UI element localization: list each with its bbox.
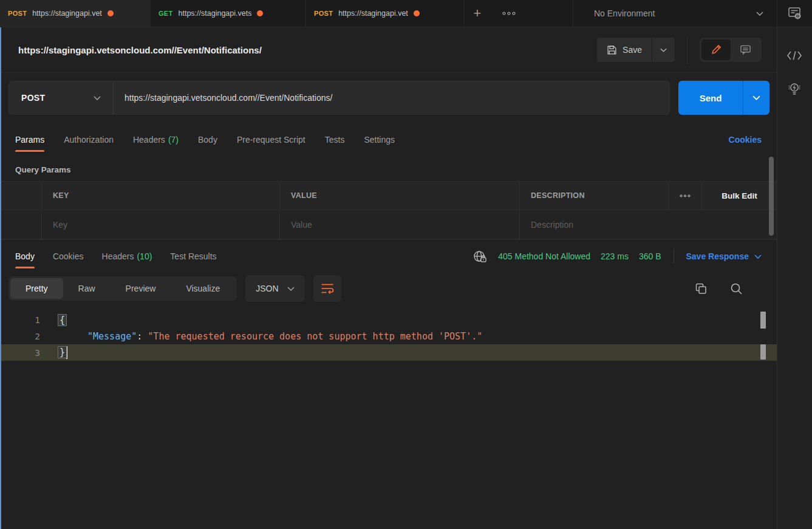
request-tabs: Params Authorization Headers(7) Body Pre…	[0, 123, 777, 156]
key-input[interactable]	[53, 220, 279, 230]
view-raw[interactable]: Raw	[63, 278, 111, 299]
tab-label: Headers	[102, 251, 134, 261]
response-tab-test-results[interactable]: Test Results	[170, 240, 216, 273]
code-icon	[786, 50, 802, 61]
chevron-down-icon	[287, 287, 295, 291]
status-badge[interactable]: 405 Method Not Allowed	[498, 251, 590, 261]
workspace-body: https://stagingapi.vetsoncloud.com//Even…	[0, 27, 812, 529]
wrap-lines-button[interactable]	[313, 275, 341, 302]
tab-tests[interactable]: Tests	[325, 123, 345, 156]
tips-button[interactable]	[786, 81, 803, 97]
environment-quick-look-icon	[788, 7, 802, 20]
close-brace: }	[58, 347, 66, 358]
tab-headers[interactable]: Headers(7)	[133, 123, 179, 156]
comments-button[interactable]	[731, 39, 760, 60]
edit-comment-toggle	[700, 38, 762, 62]
environment-area: No Environment	[573, 0, 812, 27]
response-headers-count: (10)	[137, 251, 152, 261]
code-line-current: 3 }	[0, 344, 777, 361]
tab-label: Headers	[133, 135, 165, 145]
save-response-label: Save Response	[686, 251, 749, 261]
url-input[interactable]	[114, 81, 669, 114]
copy-button[interactable]	[695, 282, 707, 295]
send-options-button[interactable]	[743, 81, 769, 115]
tab-options-button[interactable]	[491, 0, 527, 27]
request-tab-1[interactable]: POST https://stagingapi.vet	[0, 0, 151, 27]
editor-scrollbar[interactable]	[760, 312, 766, 329]
bulk-edit-label: Bulk Edit	[722, 191, 757, 200]
tab-title: https://stagingapi.vet	[32, 9, 102, 18]
tab-authorization[interactable]: Authorization	[64, 123, 114, 156]
view-pretty[interactable]: Pretty	[10, 278, 63, 299]
send-label: Send	[700, 93, 722, 103]
response-size[interactable]: 360 B	[639, 251, 661, 261]
request-header-actions: Save	[597, 36, 762, 64]
copy-icon	[695, 282, 707, 295]
response-tab-headers[interactable]: Headers(10)	[102, 240, 152, 273]
description-input[interactable]	[531, 220, 777, 230]
save-icon	[607, 45, 617, 55]
line-number: 3	[0, 348, 40, 358]
environment-quick-look-button[interactable]	[777, 0, 812, 27]
response-time[interactable]: 223 ms	[601, 251, 629, 261]
code-snippet-button[interactable]	[786, 50, 802, 61]
save-options-button[interactable]	[652, 38, 675, 62]
method-selector[interactable]: POST	[9, 81, 114, 114]
send-label-area[interactable]: Send	[678, 81, 743, 115]
view-visualize[interactable]: Visualize	[171, 278, 235, 299]
tab-label: Authorization	[64, 135, 114, 145]
description-column-header: DESCRIPTION	[519, 182, 668, 210]
save-response-button[interactable]: Save Response	[686, 251, 762, 261]
format-selector[interactable]: JSON	[245, 275, 304, 302]
new-tab-button[interactable]: +	[464, 0, 491, 27]
params-options-button[interactable]	[668, 182, 701, 210]
tab-label: Cookies	[53, 251, 84, 261]
save-label: Save	[623, 45, 642, 55]
divider	[674, 249, 674, 264]
unsaved-changes-dot	[107, 10, 114, 16]
right-sidebar	[777, 27, 811, 529]
environment-label: No Environment	[594, 9, 655, 18]
tab-settings[interactable]: Settings	[364, 123, 395, 156]
request-title: https://stagingapi.vetsoncloud.com//Even…	[18, 45, 262, 55]
pencil-icon	[711, 44, 722, 55]
response-header: Body Cookies Headers(10) Test Results 40…	[0, 239, 777, 273]
save-button[interactable]: Save	[597, 38, 652, 62]
tab-params[interactable]: Params	[15, 123, 44, 156]
query-params-header-row: KEY VALUE DESCRIPTION Bulk Edit	[0, 182, 777, 210]
more-options-icon	[680, 194, 691, 197]
response-toolbar: Pretty Raw Preview Visualize JSON	[0, 273, 777, 304]
row-select-cell	[0, 182, 41, 210]
response-view-switch: Pretty Raw Preview Visualize	[9, 276, 237, 301]
chevron-down-icon	[754, 254, 762, 259]
response-tab-cookies[interactable]: Cookies	[53, 240, 84, 273]
query-params-input-row	[0, 210, 777, 239]
edit-mode-button[interactable]	[701, 39, 731, 60]
response-meta: 405 Method Not Allowed 223 ms 360 B Save…	[473, 249, 762, 264]
response-tab-body[interactable]: Body	[15, 240, 35, 273]
request-tab-3[interactable]: POST https://stagingapi.vet	[306, 0, 464, 27]
bulk-edit-button[interactable]: Bulk Edit	[701, 182, 777, 210]
response-body-editor[interactable]: 1 { 2 "Message": "The requested resource…	[0, 304, 777, 529]
json-string-value: "The requested resource does not support…	[148, 331, 482, 342]
chevron-down-icon	[756, 12, 763, 16]
globe-lock-icon	[473, 250, 488, 264]
method-label: POST	[21, 93, 45, 103]
request-tab-2[interactable]: GET https://stagingapi.vets	[151, 0, 306, 27]
postman-app: POST https://stagingapi.vet GET https://…	[0, 0, 812, 529]
tab-method-label: POST	[314, 10, 333, 17]
tab-pre-request-script[interactable]: Pre-request Script	[237, 123, 305, 156]
environment-selector[interactable]: No Environment	[573, 0, 777, 27]
cookies-link[interactable]: Cookies	[729, 135, 762, 145]
search-button[interactable]	[730, 282, 743, 295]
send-button[interactable]: Send	[678, 81, 769, 115]
view-preview[interactable]: Preview	[111, 278, 171, 299]
tab-label: Settings	[364, 135, 395, 145]
url-box: POST	[9, 81, 670, 115]
tab-body[interactable]: Body	[198, 123, 217, 156]
tab-label: Test Results	[170, 251, 216, 261]
editor-scrollbar-marker	[760, 344, 766, 360]
value-input[interactable]	[291, 220, 519, 230]
params-scrollbar[interactable]	[769, 157, 774, 236]
tab-method-label: POST	[8, 10, 27, 17]
